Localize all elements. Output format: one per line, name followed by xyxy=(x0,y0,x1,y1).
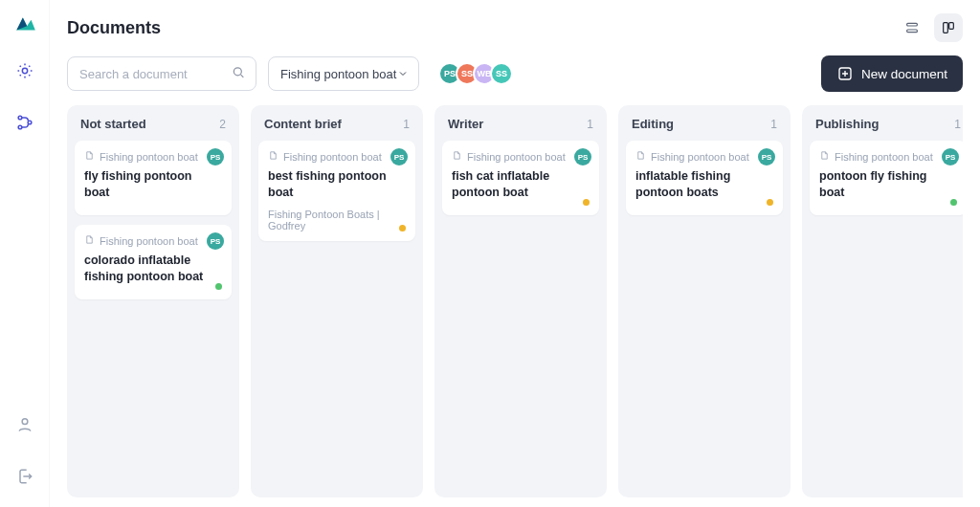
svg-point-0 xyxy=(22,68,27,73)
folder-filter-value: Fishing pontoon boat xyxy=(280,67,396,81)
column-title: Editing xyxy=(632,117,674,131)
new-document-label: New document xyxy=(861,67,947,81)
card-folder: Fishing pontoon boat xyxy=(84,234,222,247)
new-document-button[interactable]: New document xyxy=(821,55,963,92)
card-status-dot xyxy=(215,283,222,290)
sidebar xyxy=(0,0,50,507)
card-subtitle: Fishing Pontoon Boats | Godfrey xyxy=(268,209,406,231)
column-count: 1 xyxy=(403,118,410,131)
card-status-dot xyxy=(767,199,773,206)
card-assignee-avatar: PS xyxy=(574,148,591,165)
document-icon xyxy=(452,150,462,163)
svg-rect-6 xyxy=(907,30,918,33)
svg-point-3 xyxy=(28,121,32,124)
card-assignee-avatar: PS xyxy=(207,148,224,165)
card-folder: Fishing pontoon boat xyxy=(268,150,406,163)
document-icon xyxy=(635,150,646,163)
column-title: Writer xyxy=(448,117,483,131)
card-title: pontoon fly fishing boat xyxy=(819,168,957,201)
nav-profile-icon[interactable] xyxy=(8,408,42,442)
column-title: Not started xyxy=(80,117,146,131)
plus-document-icon xyxy=(836,65,854,82)
document-icon xyxy=(84,150,95,163)
svg-rect-8 xyxy=(949,23,954,30)
search-input[interactable] xyxy=(79,67,223,81)
main-content: Documents Fishing pontoon boat xyxy=(50,0,980,507)
card-assignee-avatar: PS xyxy=(207,232,224,250)
nav-workflow-icon[interactable] xyxy=(8,105,42,140)
svg-point-4 xyxy=(22,419,28,425)
app-logo[interactable] xyxy=(12,11,37,36)
user-filter-avatars: PSSSWBSS xyxy=(438,62,513,85)
board-column: Not started2Fishing pontoon boatPSfly fi… xyxy=(67,105,239,497)
search-icon xyxy=(231,65,246,83)
nav-settings-icon[interactable] xyxy=(8,54,42,88)
search-box[interactable] xyxy=(67,56,256,91)
board-column: Content brief1Fishing pontoon boatPSbest… xyxy=(251,105,423,497)
card-title: fly fishing pontoon boat xyxy=(84,168,222,201)
board-column: Publishing1Fishing pontoon boatPSpontoon… xyxy=(802,105,963,497)
card-folder: Fishing pontoon boat xyxy=(452,150,590,163)
column-title: Content brief xyxy=(264,117,342,131)
card-folder: Fishing pontoon boat xyxy=(819,150,957,163)
toolbar: Fishing pontoon boat PSSSWBSS New docume… xyxy=(67,55,963,92)
card-assignee-avatar: PS xyxy=(758,148,775,165)
kanban-board: Not started2Fishing pontoon boatPSfly fi… xyxy=(67,105,963,507)
view-list-button[interactable] xyxy=(898,13,926,42)
card-title: inflatable fishing pontoon boats xyxy=(635,168,773,201)
board-column: Editing1Fishing pontoon boatPSinflatable… xyxy=(618,105,791,497)
view-board-button[interactable] xyxy=(934,13,963,42)
column-count: 2 xyxy=(219,118,226,131)
column-title: Publishing xyxy=(815,117,879,131)
document-card[interactable]: Fishing pontoon boatPSinflatable fishing… xyxy=(626,141,783,215)
svg-rect-7 xyxy=(944,23,948,33)
card-assignee-avatar: PS xyxy=(390,148,408,165)
card-folder: Fishing pontoon boat xyxy=(84,150,222,163)
svg-point-9 xyxy=(234,68,241,76)
svg-point-1 xyxy=(18,116,22,120)
card-title: fish cat inflatable pontoon boat xyxy=(452,168,590,201)
card-title: colorado inflatable fishing pontoon boat xyxy=(84,253,222,285)
card-status-dot xyxy=(583,199,590,206)
document-icon xyxy=(84,234,95,247)
board-column: Writer1Fishing pontoon boatPSfish cat in… xyxy=(434,105,607,497)
card-status-dot xyxy=(399,225,406,231)
document-card[interactable]: Fishing pontoon boatPSbest fishing ponto… xyxy=(258,141,415,241)
chevron-down-icon xyxy=(397,68,409,79)
card-assignee-avatar: PS xyxy=(942,148,959,165)
column-count: 1 xyxy=(587,118,593,131)
document-card[interactable]: Fishing pontoon boatPSpontoon fly fishin… xyxy=(810,141,963,215)
svg-point-2 xyxy=(18,125,22,129)
svg-rect-5 xyxy=(907,23,918,26)
document-icon xyxy=(268,150,278,163)
column-count: 1 xyxy=(770,118,777,131)
card-title: best fishing pontoon boat xyxy=(268,168,406,201)
document-card[interactable]: Fishing pontoon boatPSfly fishing pontoo… xyxy=(75,141,232,215)
folder-filter-dropdown[interactable]: Fishing pontoon boat xyxy=(268,56,419,91)
column-count: 1 xyxy=(954,118,961,131)
card-folder: Fishing pontoon boat xyxy=(635,150,773,163)
document-icon xyxy=(819,150,830,163)
document-card[interactable]: Fishing pontoon boatPSfish cat inflatabl… xyxy=(442,141,599,215)
page-title: Documents xyxy=(67,18,161,38)
nav-logout-icon[interactable] xyxy=(8,459,42,494)
user-avatar[interactable]: SS xyxy=(490,62,513,85)
card-status-dot xyxy=(950,199,957,206)
document-card[interactable]: Fishing pontoon boatPScolorado inflatabl… xyxy=(75,225,232,299)
